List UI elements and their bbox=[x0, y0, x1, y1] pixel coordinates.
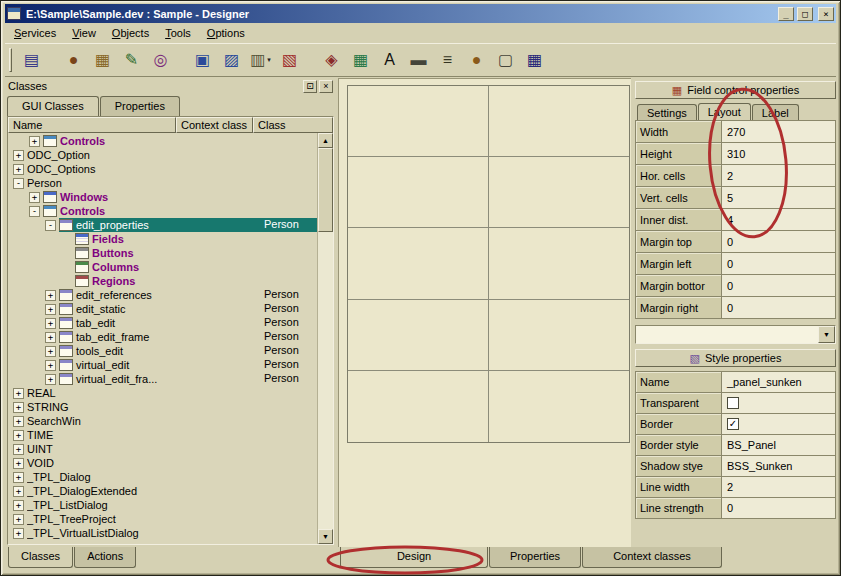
tree-expander[interactable]: + bbox=[13, 514, 24, 525]
tree-vertical-scrollbar[interactable]: ▲ ▼ bbox=[317, 133, 333, 544]
design-grid-cell[interactable] bbox=[489, 228, 630, 299]
tree-row-regions[interactable]: Regions bbox=[8, 274, 317, 288]
tree-row-edit-static[interactable]: +edit_staticPerson bbox=[8, 302, 317, 316]
tree-expander[interactable]: + bbox=[45, 346, 56, 357]
tab-properties[interactable]: Properties bbox=[489, 547, 581, 568]
style-select-combo[interactable]: ▼ bbox=[635, 325, 836, 344]
calendar-icon[interactable]: ▦ bbox=[520, 47, 549, 74]
design-grid-cell[interactable] bbox=[348, 300, 489, 371]
tree-expander[interactable]: + bbox=[13, 416, 24, 427]
scrollbar-thumb[interactable] bbox=[318, 148, 333, 232]
prop-value-margin-bottor[interactable]: 0 bbox=[722, 275, 836, 297]
tab-layout[interactable]: Layout bbox=[698, 103, 751, 120]
pointer-tool-icon[interactable]: ● bbox=[59, 47, 88, 74]
edit-object-icon[interactable]: ✎ bbox=[117, 47, 146, 74]
tree-expander[interactable]: + bbox=[13, 388, 24, 399]
column-header-name[interactable]: Name bbox=[8, 117, 176, 133]
class-hierarchy-icon[interactable]: ▤ bbox=[17, 47, 46, 74]
tree-expander[interactable]: + bbox=[13, 500, 24, 511]
tab-actions[interactable]: Actions bbox=[74, 547, 136, 568]
tree-row-tpl-treeproject[interactable]: +_TPL_TreeProject bbox=[8, 512, 317, 526]
tree-row-buttons[interactable]: Buttons bbox=[8, 246, 317, 260]
design-grid-cell[interactable] bbox=[489, 86, 630, 157]
tree-expander[interactable]: + bbox=[29, 192, 40, 203]
design-grid-cell[interactable] bbox=[489, 157, 630, 228]
import-window-icon[interactable]: ▨ bbox=[217, 47, 246, 74]
tab-context-classes[interactable]: Context classes bbox=[582, 547, 722, 568]
donut-icon[interactable]: ◎ bbox=[146, 47, 175, 74]
form-icon[interactable]: ▢ bbox=[491, 47, 520, 74]
tree-row-virtual-edit[interactable]: +virtual_editPerson bbox=[8, 358, 317, 372]
tree-row-edit-properties[interactable]: -edit_propertiesPerson bbox=[8, 218, 317, 232]
tree-row-odc-options[interactable]: +ODC_Options bbox=[8, 162, 317, 176]
package-icon[interactable]: ▦ bbox=[88, 47, 117, 74]
menu-item-services[interactable]: Services bbox=[6, 24, 64, 42]
close-button[interactable]: × bbox=[818, 7, 834, 21]
tree-row-tools-edit[interactable]: +tools_editPerson bbox=[8, 344, 317, 358]
tree-row-controls[interactable]: -Controls bbox=[8, 204, 317, 218]
tree-expander[interactable]: - bbox=[13, 178, 24, 189]
tree-row-void[interactable]: +VOID bbox=[8, 456, 317, 470]
tree-expander[interactable]: + bbox=[45, 318, 56, 329]
prop-value-hor-cells[interactable]: 2 bbox=[722, 165, 836, 187]
prop-value-line-width[interactable]: 2 bbox=[722, 477, 836, 498]
design-grid-cell[interactable] bbox=[348, 228, 489, 299]
prop-value-shadow-stye[interactable]: BSS_Sunken bbox=[722, 456, 836, 477]
checkbox-checked-icon[interactable]: ✓ bbox=[727, 418, 739, 430]
prop-value-border[interactable]: ✓ bbox=[722, 414, 836, 435]
prop-value-line-strength[interactable]: 0 bbox=[722, 498, 836, 519]
keyboard-icon[interactable]: ▬ bbox=[404, 47, 433, 74]
new-window-icon[interactable]: ▥▾ bbox=[246, 47, 275, 74]
menu-item-objects[interactable]: Objects bbox=[104, 24, 157, 42]
tree-row-string[interactable]: +STRING bbox=[8, 400, 317, 414]
tree-expander[interactable]: + bbox=[45, 304, 56, 315]
prop-value-border-style[interactable]: BS_Panel bbox=[722, 435, 836, 456]
tree-expander[interactable]: + bbox=[13, 528, 24, 539]
tree-expander[interactable]: - bbox=[45, 220, 56, 231]
sphere-icon[interactable]: ● bbox=[462, 47, 491, 74]
menu-item-tools[interactable]: Tools bbox=[157, 24, 199, 42]
prop-value-height[interactable]: 310 bbox=[722, 143, 836, 165]
design-canvas[interactable] bbox=[338, 78, 631, 547]
column-header-context-class[interactable]: Context class bbox=[176, 117, 253, 133]
export-window-icon[interactable]: ▣ bbox=[188, 47, 217, 74]
style-properties-header[interactable]: ▧ Style properties bbox=[635, 349, 836, 367]
prop-value-transparent[interactable] bbox=[722, 393, 836, 414]
prop-value-margin-right[interactable]: 0 bbox=[722, 297, 836, 319]
tree-row-odc-option[interactable]: +ODC_Option bbox=[8, 148, 317, 162]
design-grid-cell[interactable] bbox=[348, 157, 489, 228]
field-properties-header[interactable]: ▦ Field control properties bbox=[635, 81, 836, 99]
tree-expander[interactable]: + bbox=[13, 402, 24, 413]
prop-value-inner-dist[interactable]: 4 bbox=[722, 209, 836, 231]
tree-expander[interactable]: + bbox=[13, 164, 24, 175]
maximize-button[interactable]: □ bbox=[797, 7, 813, 21]
tree-expander[interactable]: + bbox=[13, 430, 24, 441]
tree-row-tpl-virtuallistdialog[interactable]: +_TPL_VirtualListDialog bbox=[8, 526, 317, 540]
dock-panel-icon[interactable]: ⊡ bbox=[303, 80, 317, 93]
list-icon[interactable]: ≡ bbox=[433, 47, 462, 74]
scroll-down-icon[interactable]: ▼ bbox=[318, 529, 333, 544]
tree-row-tpl-dialog[interactable]: +_TPL_Dialog bbox=[8, 470, 317, 484]
tree-row-person[interactable]: -Person bbox=[8, 176, 317, 190]
menu-item-options[interactable]: Options bbox=[199, 24, 253, 42]
toolbar-gripper[interactable] bbox=[9, 48, 12, 72]
prop-value-width[interactable]: 270 bbox=[722, 121, 836, 143]
close-panel-icon[interactable]: × bbox=[319, 80, 333, 93]
tab-settings[interactable]: Settings bbox=[637, 104, 697, 120]
tab-gui-classes[interactable]: GUI Classes bbox=[7, 96, 99, 116]
design-grid-cell[interactable] bbox=[489, 300, 630, 371]
scroll-up-icon[interactable]: ▲ bbox=[318, 133, 333, 148]
tree-expander[interactable]: + bbox=[13, 150, 24, 161]
table-icon[interactable]: ▦ bbox=[346, 47, 375, 74]
tree-row-windows[interactable]: +Windows bbox=[8, 190, 317, 204]
prop-value-name[interactable]: _panel_sunken bbox=[722, 372, 836, 393]
tree-row-columns[interactable]: Columns bbox=[8, 260, 317, 274]
toolbar-dropdown-arrow-icon[interactable]: ▾ bbox=[267, 56, 271, 64]
prop-value-margin-left[interactable]: 0 bbox=[722, 253, 836, 275]
column-header-class[interactable]: Class bbox=[253, 117, 333, 133]
tree-expander[interactable]: + bbox=[13, 472, 24, 483]
prop-value-vert-cells[interactable]: 5 bbox=[722, 187, 836, 209]
tree-row-uint[interactable]: +UINT bbox=[8, 442, 317, 456]
design-grid-cell[interactable] bbox=[348, 371, 489, 442]
tree-row-virtual-edit-fra[interactable]: +virtual_edit_fra...Person bbox=[8, 372, 317, 386]
